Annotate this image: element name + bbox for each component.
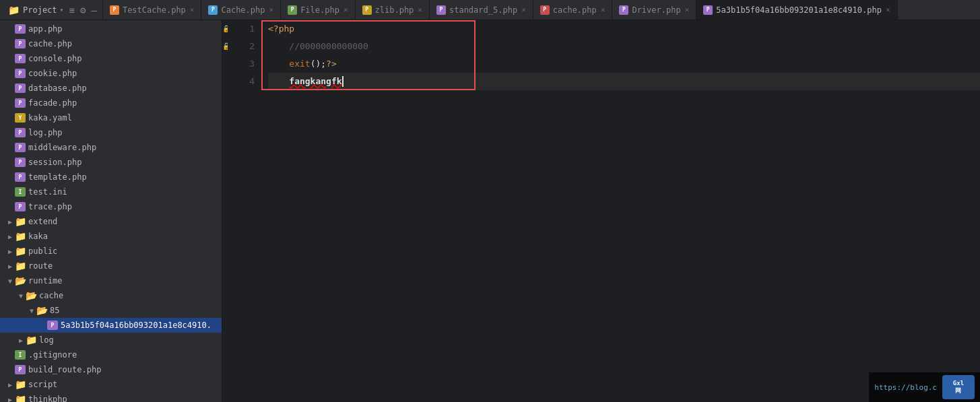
tab-zlib[interactable]: Pzlib.php×	[356, 0, 430, 20]
tree-item-9[interactable]: Psession.php	[0, 155, 222, 170]
gutter-line-1: 🔒	[222, 20, 228, 38]
tree-item-22[interactable]: I.gitignore	[0, 347, 222, 362]
tree-item-5[interactable]: Pfacade.php	[0, 96, 222, 110]
tree-item-6[interactable]: Ykaka.yaml	[0, 110, 222, 125]
tree-file-icon-15: 📁	[15, 246, 26, 256]
tree-arrow-25: ▶	[5, 396, 15, 403]
tree-file-name-25: thinkphp	[28, 395, 67, 402]
tree-file-icon-2: P	[15, 54, 26, 63]
tree-file-name-22: .gitignore	[28, 350, 77, 360]
tree-file-icon-1: P	[15, 39, 26, 48]
tree-file-name-20: 5a3b1b5f04a16bb093201a1e8c4910.	[61, 321, 211, 330]
tree-item-23[interactable]: Pbuild_route.php	[0, 362, 222, 377]
tree-file-icon-20: P	[47, 321, 58, 330]
tab-close-driver[interactable]: ×	[685, 5, 690, 14]
project-dropdown-icon[interactable]: ▾	[60, 6, 64, 13]
tree-item-10[interactable]: Ptemplate.php	[0, 170, 222, 185]
tree-file-name-16: route	[28, 261, 53, 271]
line-numbers: 1 2 3 4	[228, 20, 261, 402]
tree-file-icon-8: P	[15, 143, 26, 152]
tree-item-19[interactable]: ▼📂85	[0, 303, 222, 318]
tree-item-0[interactable]: Papp.php	[0, 22, 222, 36]
code-line-2: //0000000000000	[268, 38, 980, 55]
project-title: Project	[23, 5, 57, 15]
tree-file-icon-5: P	[15, 98, 26, 108]
tree-item-17[interactable]: ▼📂runtime	[0, 273, 222, 288]
project-icon4[interactable]: —	[91, 5, 96, 15]
tree-item-7[interactable]: Plog.php	[0, 125, 222, 140]
tree-item-8[interactable]: Pmiddleware.php	[0, 140, 222, 155]
tab-file[interactable]: PFile.php×	[281, 0, 355, 20]
tree-item-25[interactable]: ▶📁thinkphp	[0, 392, 222, 402]
tree-file-name-19: 85	[50, 306, 59, 315]
watermark-logo: Gxl网	[942, 375, 975, 399]
project-icon3[interactable]: ⚙	[80, 5, 86, 15]
project-icon2[interactable]: ≡	[69, 5, 75, 15]
tree-item-1[interactable]: Pcache.php	[0, 36, 222, 51]
tree-file-name-3: cookie.php	[28, 69, 77, 78]
tree-file-name-24: script	[28, 380, 57, 389]
tree-file-name-21: log	[39, 335, 54, 345]
tab-bar: 📁 Project ▾ ≡ ⚙ — PTestCache.php×PCache.…	[0, 0, 980, 20]
code-line-3: exit();?>	[268, 55, 980, 73]
tab-label-standard5: standard_5.php	[449, 5, 517, 15]
tree-item-3[interactable]: Pcookie.php	[0, 66, 222, 81]
tree-arrow-19: ▼	[27, 307, 36, 314]
tree-item-13[interactable]: ▶📁extend	[0, 214, 222, 229]
tab-close-standard5[interactable]: ×	[521, 5, 526, 14]
tree-file-icon-3: P	[15, 69, 26, 78]
tree-file-icon-24: 📁	[15, 380, 26, 389]
code-line-1: <?php	[268, 20, 980, 38]
tab-standard5[interactable]: Pstandard_5.php×	[430, 0, 533, 20]
tab-label-cachelower: cache.php	[553, 5, 597, 15]
tree-item-18[interactable]: ▼📂cache	[0, 288, 222, 303]
tree-file-name-18: cache	[39, 291, 63, 300]
tab-icon-zlib: P	[362, 5, 372, 15]
tree-item-21[interactable]: ▶📁log	[0, 333, 222, 347]
sidebar: Papp.phpPcache.phpPconsole.phpPcookie.ph…	[0, 20, 222, 402]
tree-item-11[interactable]: Itest.ini	[0, 185, 222, 199]
tree-file-icon-7: P	[15, 128, 26, 137]
tree-file-icon-14: 📁	[15, 232, 26, 241]
tree-item-20[interactable]: P5a3b1b5f04a16bb093201a1e8c4910.	[0, 318, 222, 333]
tab-testcache[interactable]: PTestCache.php×	[103, 0, 202, 20]
tree-file-name-17: runtime	[28, 276, 63, 286]
code-line-4[interactable]: fangkangfk	[268, 73, 980, 90]
code-area[interactable]: <?php //0000000000000 exit();?> fangkang…	[261, 20, 980, 402]
gutter-line-3: 🔒	[222, 38, 228, 55]
tab-close-hash[interactable]: ×	[886, 5, 890, 14]
tab-driver[interactable]: PDriver.php×	[612, 0, 696, 20]
php-close-tag: ?>	[326, 55, 337, 73]
tab-label-zlib: zlib.php	[375, 5, 414, 15]
tab-cache[interactable]: PCache.php×	[201, 0, 281, 20]
tree-arrow-13: ▶	[5, 218, 15, 226]
tree-arrow-18: ▼	[16, 292, 26, 300]
tab-cachelower[interactable]: Pcache.php×	[533, 0, 613, 20]
tab-close-cachelower[interactable]: ×	[601, 5, 606, 14]
tree-file-name-14: kaka	[28, 232, 48, 241]
editor-area: 🔒 🔒 1 2 3 4 <?php	[222, 20, 980, 402]
tree-item-14[interactable]: ▶📁kaka	[0, 229, 222, 244]
tab-close-cache[interactable]: ×	[269, 5, 274, 14]
tree-file-icon-4: P	[15, 83, 26, 93]
gutter: 🔒 🔒	[222, 20, 228, 402]
tree-file-name-2: console.php	[28, 54, 81, 63]
tree-arrow-17: ▼	[5, 277, 15, 285]
tab-hash[interactable]: P5a3b1b5f04a16bb093201a1e8c4910.php×	[696, 0, 897, 20]
tree-item-2[interactable]: Pconsole.php	[0, 51, 222, 66]
tree-item-16[interactable]: ▶📁route	[0, 259, 222, 273]
tree-item-4[interactable]: Pdatabase.php	[0, 81, 222, 96]
tab-close-file[interactable]: ×	[344, 5, 348, 14]
watermark-logo-text: Gxl网	[953, 380, 964, 395]
tree-item-12[interactable]: Ptrace.php	[0, 199, 222, 214]
tree-item-15[interactable]: ▶📁public	[0, 244, 222, 259]
tab-close-testcache[interactable]: ×	[190, 5, 195, 14]
tree-file-name-15: public	[28, 246, 57, 256]
tree-item-24[interactable]: ▶📁script	[0, 377, 222, 392]
file-tree[interactable]: Papp.phpPcache.phpPconsole.phpPcookie.ph…	[0, 20, 222, 402]
tab-close-zlib[interactable]: ×	[418, 5, 422, 14]
php-open-tag: <?php	[268, 20, 294, 38]
tab-icon-cachelower: P	[540, 5, 550, 15]
code-indent-3	[268, 55, 289, 73]
tab-icon-driver: P	[619, 5, 628, 15]
